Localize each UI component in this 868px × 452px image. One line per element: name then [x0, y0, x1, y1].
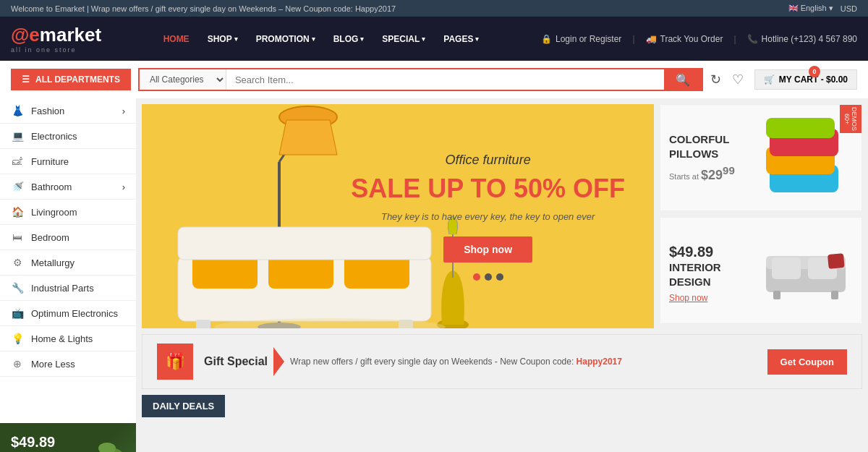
daily-deals-section: DAILY DEALS: [142, 395, 862, 417]
cart-button[interactable]: 0 🛒 MY CART - $0.00: [754, 69, 857, 90]
pillows-image: [759, 114, 853, 201]
cart-badge: 0: [809, 66, 820, 77]
announcement-text: Welcome to Emarket | Wrap new offers / g…: [11, 4, 396, 13]
hero-dot-1[interactable]: [473, 273, 480, 281]
phone-icon: 📞: [747, 34, 758, 44]
top-bar-right: 🇬🇧 English ▾ USD: [788, 4, 857, 13]
logo-subtitle: all in one store: [11, 46, 101, 54]
sofa-image: [759, 234, 853, 307]
pillows-price: $2999: [701, 168, 735, 182]
header: @emarket all in one store HOME SHOP ▾ PR…: [0, 17, 868, 61]
gift-icon-wrap: 🎁: [157, 344, 193, 380]
sidebar-item-industrial[interactable]: 🔧 Industrial Parts: [0, 276, 136, 301]
nav-promotion[interactable]: PROMOTION ▾: [249, 30, 323, 48]
bathroom-icon: 🚿: [11, 181, 24, 192]
promo-card: $49.89 INTERIOR DESIGN Shop now: [0, 423, 136, 452]
side-banner-interior: $49.89 INTERIOR DESIGN Shop now: [660, 217, 862, 324]
interior-price: $49.89: [669, 244, 759, 260]
hero-banner: Office furniture SALE UP TO 50% OFF They…: [142, 104, 654, 328]
hero-description: They key is to have every key, the key t…: [351, 211, 625, 222]
nav-shop[interactable]: SHOP ▾: [200, 30, 245, 48]
logo-text: @emarket: [11, 24, 101, 46]
login-register-link[interactable]: 🔒 Login or Register: [541, 34, 621, 44]
svg-rect-23: [827, 253, 845, 269]
electronics-icon: 💻: [11, 130, 24, 142]
svg-rect-25: [831, 291, 838, 299]
svg-rect-18: [766, 118, 835, 138]
header-account-links: 🔒 Login or Register | 🚚 Track You Order …: [541, 34, 857, 44]
bottom-row: $49.89 INTERIOR DESIGN Shop now: [0, 423, 868, 452]
sidebar: 👗 Fashion › 💻 Electronics 🛋 Furniture 🚿 …: [0, 98, 136, 423]
nav-home[interactable]: HOME: [156, 30, 197, 48]
hero-row: Office furniture SALE UP TO 50% OFF They…: [142, 104, 862, 328]
search-input[interactable]: [226, 69, 664, 90]
side-banners: COLORFULPILLOWS Starts at $2999: [660, 104, 862, 328]
daily-deals-label: DAILY DEALS: [142, 395, 225, 417]
sidebar-item-optimum[interactable]: 📺 Optimum Electronics: [0, 301, 136, 326]
sidebar-item-bedroom[interactable]: 🛏 Bedroom: [0, 225, 136, 250]
gift-icon: 🎁: [166, 352, 185, 371]
sidebar-item-furniture[interactable]: 🛋 Furniture: [0, 149, 136, 174]
language-selector[interactable]: 🇬🇧 English ▾: [788, 4, 833, 13]
all-departments-button[interactable]: ☰ ALL DEPARTMENTS: [11, 69, 131, 90]
bedroom-icon: 🛏: [11, 231, 24, 243]
menu-icon: ☰: [22, 74, 30, 85]
header-icons: ↻ ♡ 0 🛒 MY CART - $0.00: [710, 69, 857, 90]
demos-badge: 60+DEMOS: [840, 105, 861, 133]
cart-icon: 🛒: [764, 74, 775, 85]
sidebar-item-home-lights[interactable]: 💡 Home & Lights: [0, 326, 136, 351]
currency-selector[interactable]: USD: [841, 4, 857, 13]
svg-rect-24: [773, 291, 780, 299]
wishlist-icon[interactable]: ♡: [732, 72, 744, 88]
nav-pages[interactable]: PAGES ▾: [436, 30, 486, 48]
sidebar-item-more[interactable]: ⊕ More Less: [0, 351, 136, 377]
svg-rect-21: [772, 257, 801, 279]
fashion-icon: 👗: [11, 105, 24, 116]
sidebar-item-electronics[interactable]: 💻 Electronics: [0, 124, 136, 149]
optimum-icon: 📺: [11, 307, 24, 319]
sidebar-item-metallurgy[interactable]: ⚙ Metallurgy: [0, 250, 136, 276]
sidebar-item-livingroom[interactable]: 🏠 Livingroom: [0, 200, 136, 225]
track-order-link[interactable]: 🚚 Track You Order: [646, 34, 723, 44]
svg-marker-3: [279, 120, 337, 155]
hero-shop-now-button[interactable]: Shop now: [443, 236, 532, 263]
gift-title: Gift Special: [204, 355, 268, 368]
nav-special[interactable]: SPECIAL ▾: [375, 30, 433, 48]
more-icon: ⊕: [11, 358, 24, 370]
hero-dot-2[interactable]: [485, 273, 492, 281]
hotline-link[interactable]: 📞 Hotline (+123) 4 567 890: [747, 34, 857, 44]
main-nav: HOME SHOP ▾ PROMOTION ▾ BLOG ▾ SPECIAL ▾…: [156, 30, 487, 48]
chevron-right-icon: ›: [122, 106, 125, 116]
furniture-icon: 🛋: [11, 155, 24, 167]
pillows-starts-text: Starts at: [669, 172, 699, 181]
chevron-right-icon-2: ›: [122, 182, 125, 192]
get-coupon-button[interactable]: Get Coupon: [767, 349, 847, 375]
svg-rect-10: [196, 320, 210, 328]
nav-blog[interactable]: BLOG ▾: [326, 30, 372, 48]
hero-dots: [351, 273, 625, 281]
sidebar-item-bathroom[interactable]: 🚿 Bathroom ›: [0, 174, 136, 200]
truck-icon: 🚚: [646, 34, 657, 44]
coupon-code: Happy2017: [576, 357, 622, 367]
hero-text: Office furniture SALE UP TO 50% OFF They…: [351, 153, 625, 281]
search-button[interactable]: 🔍: [664, 69, 702, 90]
hero-dot-3[interactable]: [496, 273, 503, 281]
category-select[interactable]: All Categories: [140, 69, 226, 90]
hero-subtitle: Office furniture: [351, 153, 625, 168]
logo[interactable]: @emarket all in one store: [11, 24, 101, 54]
pillows-title: COLORFULPILLOWS: [669, 132, 759, 161]
top-bar: Welcome to Emarket | Wrap new offers / g…: [0, 0, 868, 17]
main-content: 👗 Fashion › 💻 Electronics 🛋 Furniture 🚿 …: [0, 98, 868, 423]
metallurgy-icon: ⚙: [11, 257, 24, 268]
sidebar-item-fashion[interactable]: 👗 Fashion ›: [0, 98, 136, 124]
interior-title: INTERIOR DESIGN: [669, 260, 759, 289]
interior-shop-now-link[interactable]: Shop now: [669, 293, 759, 303]
lights-icon: 💡: [11, 333, 24, 344]
gift-bar: 🎁 Gift Special Wrap new offers / gift ev…: [142, 334, 862, 389]
hero-title: SALE UP TO 50% OFF: [351, 174, 625, 204]
gift-arrow: [273, 347, 284, 376]
industrial-icon: 🔧: [11, 282, 24, 294]
refresh-icon[interactable]: ↻: [710, 72, 721, 88]
livingroom-icon: 🏠: [11, 206, 24, 218]
content-area: Office furniture SALE UP TO 50% OFF They…: [136, 98, 868, 423]
